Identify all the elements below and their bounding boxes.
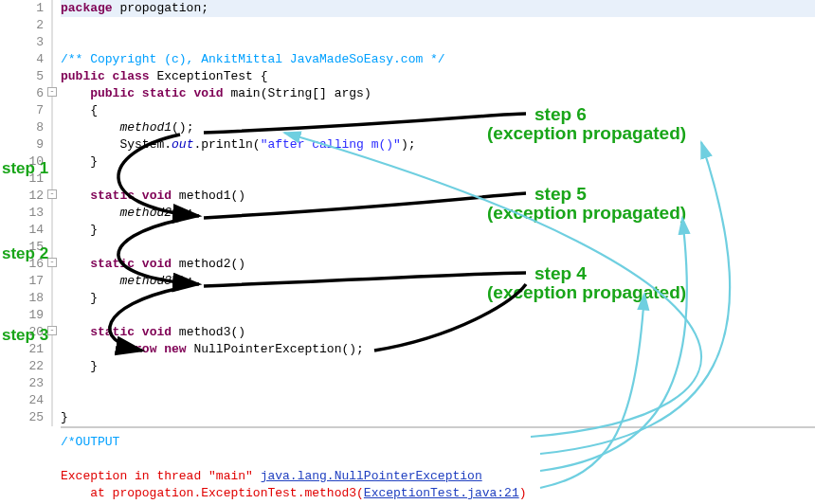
- code-line: {: [61, 102, 815, 119]
- code-line: package propogation;: [61, 0, 815, 17]
- step-5-sub-label: (exception propagated): [487, 203, 686, 224]
- gutter-line-number: 9: [0, 136, 44, 153]
- string-literal: "after calling m()": [261, 137, 401, 152]
- step-4-sub-label: (exception propagated): [487, 282, 686, 303]
- keyword: throw new: [119, 342, 186, 356]
- gutter-line-number: 4: [0, 51, 44, 68]
- keyword: public static void: [90, 86, 223, 100]
- line-gutter: 123456-789101112-13141516-17181920-21222…: [0, 0, 53, 426]
- text: method1(): [172, 189, 245, 203]
- code-line: System.out.println("after calling m()");: [61, 136, 815, 153]
- gutter-line-number: 3: [0, 34, 44, 51]
- gutter-line-number: 2: [0, 17, 44, 34]
- gutter-line-number: 7: [0, 102, 44, 119]
- method-call: method3: [119, 274, 172, 288]
- text: propogation;: [113, 1, 208, 15]
- code-line: public class ExceptionTest {: [61, 68, 815, 85]
- step-6-label: step 6: [534, 104, 587, 125]
- method-call: method1: [119, 120, 172, 135]
- gutter-line-number: 5: [0, 68, 44, 85]
- code-line: }: [61, 358, 815, 375]
- gutter-line-number: 22: [0, 358, 44, 375]
- text: }: [90, 359, 98, 373]
- code-line: [61, 375, 815, 392]
- step-4-label: step 4: [534, 263, 587, 284]
- text: ();: [172, 120, 193, 135]
- gutter-line-number: 17: [0, 273, 44, 290]
- stderr-text: Exception in thread "main": [61, 469, 261, 483]
- text: );: [401, 137, 416, 152]
- code-line: [61, 307, 815, 324]
- code-line: }: [61, 290, 815, 307]
- code-editor: 123456-789101112-13141516-17181920-21222…: [0, 0, 815, 504]
- stderr-text: at propogation.ExceptionTest.method3(: [61, 486, 364, 500]
- code-line: [61, 392, 815, 409]
- code-line: }: [61, 153, 815, 171]
- gutter-line-number: 24: [0, 392, 44, 409]
- stack-frame: at propogation.ExceptionTest.method3(Exc…: [61, 485, 815, 502]
- gutter-line-number: 12-: [0, 188, 44, 205]
- source-link[interactable]: ExceptionTest.java:21: [364, 486, 519, 500]
- comment: /*OUTPUT: [61, 435, 119, 449]
- text: main(String[] args): [224, 86, 371, 100]
- code-line: }: [61, 222, 815, 239]
- text: System.: [119, 137, 172, 152]
- fold-toggle-icon[interactable]: -: [47, 258, 57, 267]
- method-call: method2: [119, 206, 172, 220]
- text: method2(): [172, 257, 245, 271]
- text: NullPointerException();: [187, 342, 364, 356]
- gutter-line-number: 8: [0, 119, 44, 136]
- gutter-line-number: 19: [0, 307, 44, 324]
- text: method3(): [172, 325, 245, 339]
- gutter-line-number: 14: [0, 222, 44, 239]
- gutter-line-number: 13: [0, 205, 44, 222]
- step-6-sub-label: (exception propagated): [487, 123, 686, 144]
- stderr-text: ): [519, 486, 527, 500]
- code-line: }: [61, 409, 815, 426]
- keyword: package: [61, 1, 113, 15]
- code-line: static void method2(): [61, 256, 815, 273]
- gutter-line-number: 23: [0, 375, 44, 392]
- gutter-line-number: 1: [0, 0, 44, 17]
- code-line: static void method3(): [61, 324, 815, 341]
- step-2-label: step 2: [2, 244, 48, 263]
- comment: /** Copyright (c), AnkitMittal JavaMadeS…: [61, 52, 445, 66]
- static-field: out: [172, 137, 193, 152]
- gutter-line-number: 18: [0, 290, 44, 307]
- text: }: [90, 223, 98, 237]
- code-line: method2();: [61, 205, 815, 222]
- keyword: static void: [90, 189, 172, 203]
- step-3-label: step 3: [2, 326, 48, 345]
- output-area: /*OUTPUT Exception in thread "main" java…: [61, 428, 815, 504]
- text: }: [61, 410, 68, 424]
- code-line: throw new NullPointerException();: [61, 341, 815, 358]
- text: ExceptionTest {: [150, 69, 268, 83]
- code-line: public static void main(String[] args): [61, 85, 815, 102]
- text: {: [90, 103, 98, 117]
- text: ();: [172, 274, 193, 288]
- code-line: [61, 17, 815, 34]
- text: .println(: [193, 137, 260, 152]
- code-line: [61, 34, 815, 51]
- code-line: method1();: [61, 119, 815, 136]
- code-area: package propogation; /** Copyright (c), …: [61, 0, 815, 426]
- code-line: [61, 239, 815, 256]
- exception-link[interactable]: java.lang.NullPointerException: [261, 469, 482, 483]
- keyword: public class: [61, 69, 150, 83]
- fold-toggle-icon[interactable]: -: [47, 189, 57, 199]
- fold-toggle-icon[interactable]: -: [47, 326, 57, 335]
- keyword: static void: [90, 257, 172, 271]
- keyword: static void: [90, 325, 172, 339]
- step-5-label: step 5: [534, 184, 587, 205]
- text: ();: [172, 206, 193, 220]
- gutter-line-number: 6-: [0, 85, 44, 102]
- code-line: method3();: [61, 273, 815, 290]
- code-line: [61, 171, 815, 188]
- step-1-label: step 1: [2, 159, 48, 178]
- gutter-line-number: 25: [0, 409, 44, 426]
- text: }: [90, 291, 98, 305]
- code-line: static void method1(): [61, 188, 815, 205]
- code-line: /** Copyright (c), AnkitMittal JavaMadeS…: [61, 51, 815, 68]
- fold-toggle-icon[interactable]: -: [47, 87, 57, 97]
- text: }: [90, 154, 98, 169]
